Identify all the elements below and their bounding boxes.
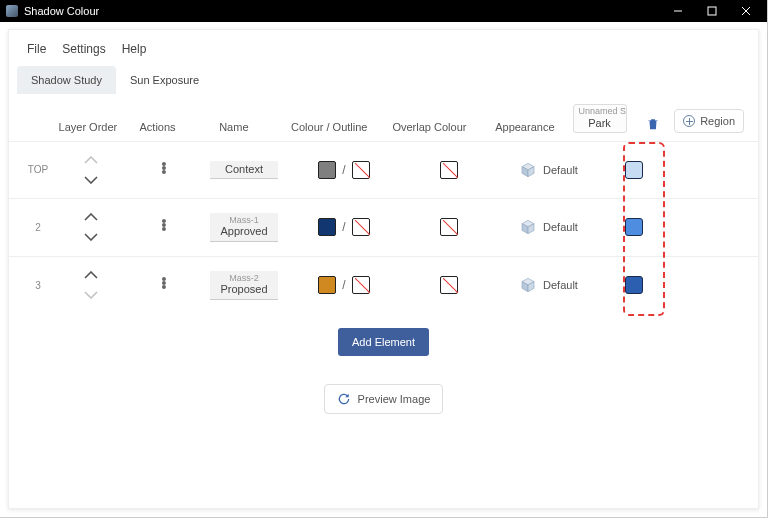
appearance-value: Default — [543, 221, 578, 233]
move-down-button[interactable] — [84, 290, 98, 299]
plus-circle-icon — [683, 115, 695, 127]
region-colour-swatch[interactable] — [625, 161, 643, 179]
fill-colour-swatch[interactable] — [318, 276, 336, 294]
header-actions: Actions — [124, 121, 191, 133]
tab-sun-exposure[interactable]: Sun Exposure — [116, 66, 213, 94]
name-field[interactable]: Mass-2 Proposed — [210, 271, 278, 300]
fill-colour-swatch[interactable] — [318, 218, 336, 236]
tabs: Shadow Study Sun Exposure — [9, 66, 758, 94]
outline-colour-swatch[interactable] — [352, 276, 370, 294]
cube-icon — [520, 219, 536, 235]
outline-colour-swatch[interactable] — [352, 218, 370, 236]
appearance-select[interactable]: Default — [499, 162, 599, 178]
overlap-colour-swatch[interactable] — [440, 218, 458, 236]
region-colour-swatch[interactable] — [625, 276, 643, 294]
header-name: Name — [191, 121, 277, 133]
svg-rect-1 — [708, 7, 716, 15]
table-header: Layer Order Actions Name Colour / Outlin… — [9, 94, 758, 141]
appearance-value: Default — [543, 164, 578, 176]
name-value: Context — [214, 163, 274, 176]
table-row: 3 ••• Mass-2 Proposed / — [9, 256, 758, 314]
header-layer-order: Layer Order — [52, 121, 125, 133]
maximize-icon — [707, 6, 717, 16]
trash-icon — [646, 117, 660, 131]
region-name-field[interactable]: Unnamed S Park — [573, 104, 627, 133]
app-card: File Settings Help Shadow Study Sun Expo… — [8, 29, 759, 509]
preview-image-label: Preview Image — [358, 393, 431, 405]
preview-image-button[interactable]: Preview Image — [324, 384, 444, 414]
name-field[interactable]: Mass-1 Approved — [210, 213, 278, 242]
appearance-select[interactable]: Default — [499, 219, 599, 235]
delete-region-button[interactable] — [646, 121, 660, 133]
minimize-icon — [673, 6, 683, 16]
window-maximize-button[interactable] — [695, 0, 729, 22]
row-actions-menu[interactable]: ••• — [156, 162, 172, 178]
name-prefix: Mass-1 — [214, 215, 274, 225]
tab-shadow-study[interactable]: Shadow Study — [17, 66, 116, 94]
overlap-colour-swatch[interactable] — [440, 276, 458, 294]
fill-colour-swatch[interactable] — [318, 161, 336, 179]
slash-separator: / — [342, 163, 345, 177]
menu-settings[interactable]: Settings — [62, 42, 105, 56]
name-value: Proposed — [214, 283, 274, 296]
row-handle: 2 — [23, 222, 53, 233]
move-up-button[interactable] — [84, 271, 98, 280]
refresh-icon — [337, 392, 351, 406]
add-element-button[interactable]: Add Element — [338, 328, 429, 356]
table-row: TOP ••• Context / De — [9, 141, 758, 198]
menu-file[interactable]: File — [27, 42, 46, 56]
row-handle: 3 — [23, 280, 53, 291]
header-appearance: Appearance — [477, 121, 572, 133]
row-actions-menu[interactable]: ••• — [156, 219, 172, 235]
name-prefix: Mass-2 — [214, 273, 274, 283]
close-icon — [741, 6, 751, 16]
cube-icon — [520, 277, 536, 293]
appearance-select[interactable]: Default — [499, 277, 599, 293]
add-region-button[interactable]: Region — [674, 109, 744, 133]
move-up-button[interactable] — [84, 156, 98, 165]
row-handle: TOP — [23, 164, 53, 175]
window-minimize-button[interactable] — [661, 0, 695, 22]
move-up-button[interactable] — [84, 213, 98, 222]
region-name-value: Park — [579, 117, 621, 129]
add-region-label: Region — [700, 115, 735, 127]
menu-help[interactable]: Help — [122, 42, 147, 56]
appearance-value: Default — [543, 279, 578, 291]
region-name-prefix: Unnamed S — [579, 107, 621, 117]
table-row: 2 ••• Mass-1 Approved / — [9, 198, 758, 256]
move-down-button[interactable] — [84, 175, 98, 184]
window-close-button[interactable] — [729, 0, 763, 22]
move-down-button[interactable] — [84, 232, 98, 241]
region-colour-swatch[interactable] — [625, 218, 643, 236]
row-actions-menu[interactable]: ••• — [156, 277, 172, 293]
cube-icon — [520, 162, 536, 178]
overlap-colour-swatch[interactable] — [440, 161, 458, 179]
app-icon — [6, 5, 18, 17]
slash-separator: / — [342, 278, 345, 292]
name-value: Approved — [214, 225, 274, 238]
header-colour: Colour / Outline — [277, 121, 382, 133]
outline-colour-swatch[interactable] — [352, 161, 370, 179]
titlebar: Shadow Colour — [0, 0, 767, 22]
slash-separator: / — [342, 220, 345, 234]
name-field[interactable]: Context — [210, 161, 278, 180]
window-title: Shadow Colour — [24, 5, 99, 17]
menubar: File Settings Help — [9, 30, 758, 66]
header-overlap: Overlap Colour — [382, 121, 477, 133]
